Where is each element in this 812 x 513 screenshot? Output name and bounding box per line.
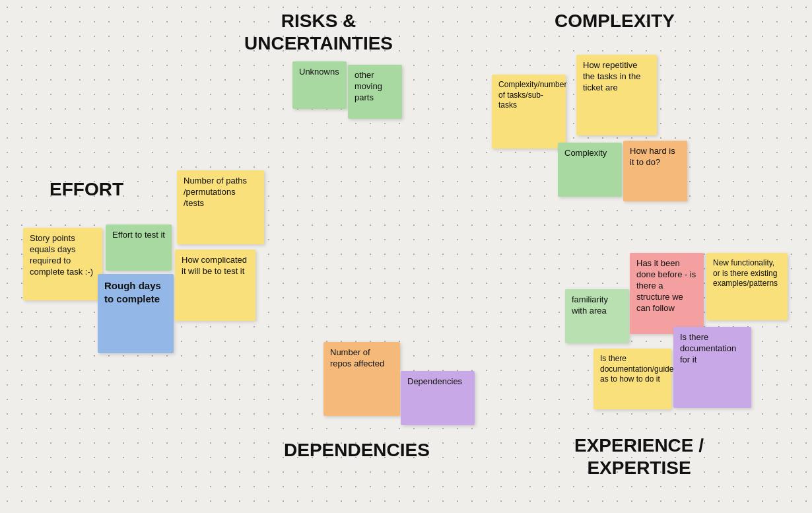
sticky-done-before: Has it been done before - is there a str… bbox=[630, 253, 704, 334]
sticky-other-moving: other moving parts bbox=[348, 65, 402, 119]
sticky-documentation-guides: Is there documentation/guides as to how … bbox=[593, 349, 671, 409]
sticky-complexity-tasks: Complexity/number of tasks/sub-tasks bbox=[492, 75, 566, 149]
experience-title: EXPERIENCE /EXPERTISE bbox=[574, 434, 704, 479]
sticky-familiarity: familiarity with area bbox=[565, 289, 629, 343]
complexity-title: COMPLEXITY bbox=[555, 10, 675, 32]
sticky-repos: Number of repos affected bbox=[323, 342, 400, 416]
sticky-documentation-for-it: Is there documentation for it bbox=[673, 327, 751, 408]
dependencies-title: DEPENDENCIES bbox=[284, 439, 430, 462]
sticky-how-hard: How hard is it to do? bbox=[623, 141, 687, 201]
risks-title: RISKS &UNCERTAINTIES bbox=[244, 10, 393, 54]
sticky-new-functionality: New functionality, or is there existing … bbox=[706, 253, 788, 320]
sticky-complexity: Complexity bbox=[558, 143, 622, 197]
effort-title: EFFORT bbox=[50, 178, 123, 201]
sticky-story-points: Story points equals days required to com… bbox=[23, 228, 102, 300]
sticky-effort-test: Effort to test it bbox=[106, 224, 172, 271]
sticky-complicated-test: How complicated it will be to test it bbox=[175, 250, 255, 321]
sticky-repetitive: How repetitive the tasks in the ticket a… bbox=[576, 55, 657, 135]
sticky-paths: Number of paths /permutations /tests bbox=[177, 170, 264, 244]
sticky-dependencies: Dependencies bbox=[401, 371, 475, 425]
sticky-unknowns: Unknowns bbox=[292, 61, 347, 109]
sticky-rough-days: Rough days to complete bbox=[98, 274, 174, 353]
